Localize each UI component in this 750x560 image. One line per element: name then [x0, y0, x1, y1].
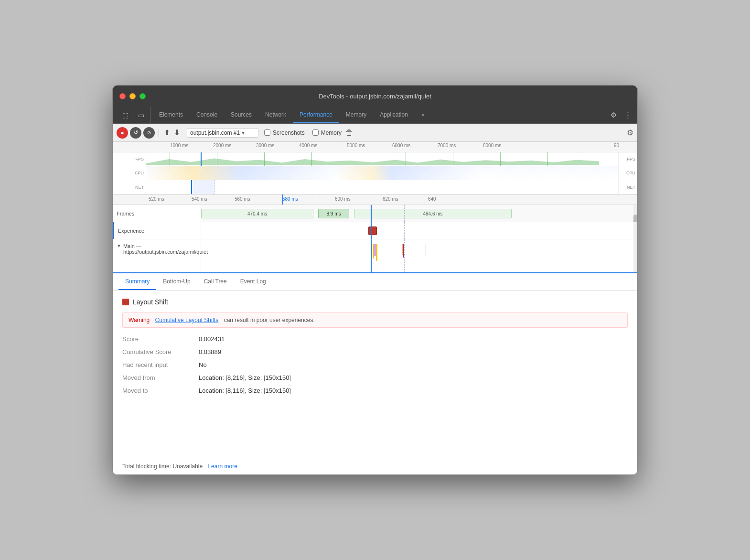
scrollbar[interactable] [633, 205, 637, 222]
cpu-label: CPU [113, 166, 146, 180]
more-icon[interactable]: ⋮ [622, 109, 633, 121]
warning-rest: can result in poor user experiences. [224, 317, 315, 323]
panel-tabs: Summary Bottom-Up Call Tree Event Log [113, 273, 637, 291]
screenshots-checkbox-label[interactable]: Screenshots [264, 129, 305, 136]
screenshots-checkbox[interactable] [264, 129, 270, 136]
warning-banner: Warning Cumulative Layout Shifts can res… [122, 312, 628, 328]
frame-bar-right: 484.6 ms [354, 209, 512, 218]
collapse-icon[interactable]: ▼ [117, 243, 121, 248]
layout-shift-header: Layout Shift [122, 298, 628, 306]
blocking-time-text: Total blocking time: Unavailable [122, 463, 203, 470]
layout-shift-title: Layout Shift [133, 298, 168, 306]
tab-console[interactable]: Console [190, 107, 224, 123]
ruler-label-6: 6000 ms [392, 143, 410, 148]
devtools-nav: ⬚ ▭ Elements Console Sources Network Per… [113, 107, 637, 124]
titlebar: DevTools - output.jsbin.com/zajamil/quie… [113, 86, 637, 107]
tab-network[interactable]: Network [258, 107, 293, 123]
cumulative-value: 0.03889 [199, 348, 221, 355]
zoomed-dashed-line [316, 194, 316, 205]
moved-from-value: Location: [8,216], Size: [150x150] [199, 374, 291, 381]
frame-bar-selected: 8.9 ms [318, 209, 349, 218]
exp-scrollbar-track [633, 222, 637, 239]
ruler-label-9: 90 [614, 143, 619, 148]
score-label: Score [122, 335, 199, 343]
tab-event-log[interactable]: Event Log [234, 273, 273, 290]
clear-button[interactable]: 🗑 [345, 129, 353, 137]
bottom-bar: Total blocking time: Unavailable Learn m… [113, 458, 637, 474]
settings-icon[interactable]: ⚙ [609, 109, 619, 121]
tab-memory[interactable]: Memory [339, 107, 373, 123]
fps-content [146, 152, 618, 166]
tab-sources[interactable]: Sources [224, 107, 258, 123]
ruler-label-2: 2000 ms [213, 143, 231, 148]
main-bar-2 [373, 244, 374, 258]
toolbar: ● ↺ ⊘ ⬆ ⬇ output.jsbin.com #1 ▾ Screensh… [113, 124, 637, 142]
net-right-label: NET [618, 180, 637, 194]
cls-link[interactable]: Cumulative Layout Shifts [155, 317, 219, 323]
moved-to-row: Moved to Location: [8,116], Size: [150x1… [122, 387, 628, 394]
zoomed-label-5: 620 ms [383, 196, 398, 202]
stop-button[interactable]: ⊘ [143, 127, 155, 139]
reload-button[interactable]: ↺ [130, 127, 141, 139]
timeline-ruler: 1000 ms 2000 ms 3000 ms 4000 ms 5000 ms … [113, 142, 637, 152]
memory-checkbox-label[interactable]: Memory [312, 129, 342, 136]
tab-elements[interactable]: Elements [152, 107, 190, 123]
learn-more-link[interactable]: Learn more [208, 463, 237, 470]
frames-cursor [371, 205, 372, 222]
main-bar-3 [375, 244, 375, 256]
tab-summary[interactable]: Summary [118, 273, 156, 290]
main-bar-4 [376, 244, 377, 261]
frames-content: 470.4 ms 8.9 ms 484.6 ms [201, 205, 633, 222]
upload-button[interactable]: ⬆ [163, 128, 171, 137]
zoomed-label-4: 600 ms [335, 196, 351, 202]
zoomed-label-0: 520 ms [149, 196, 164, 202]
tab-call-tree[interactable]: Call Tree [197, 273, 234, 290]
recent-input-row: Had recent input No [122, 361, 628, 368]
warning-label: Warning [129, 317, 150, 323]
warning-spacer2 [220, 317, 222, 323]
net-label: NET [113, 180, 146, 194]
profile-select[interactable]: output.jsbin.com #1 ▾ [187, 128, 258, 138]
frame-bar-left: 470.4 ms [201, 209, 313, 218]
download-button[interactable]: ⬇ [173, 128, 181, 137]
experience-content [201, 222, 633, 239]
fps-right-label: FPS [618, 152, 637, 166]
record-button[interactable]: ● [117, 127, 128, 139]
capture-settings-icon[interactable]: ⚙ [627, 128, 633, 137]
net-content [146, 180, 618, 194]
ruler-label-1: 1000 ms [170, 143, 188, 148]
nav-icons: ⬚ ▭ [117, 107, 150, 123]
tab-application[interactable]: Application [373, 107, 415, 123]
fps-label: FPS [113, 152, 146, 166]
toolbar-divider [159, 129, 159, 137]
recent-input-label: Had recent input [122, 361, 199, 368]
close-button[interactable] [119, 93, 126, 99]
minimize-button[interactable] [129, 93, 136, 99]
cpu-activity [146, 166, 618, 180]
exp-cursor [371, 222, 372, 239]
score-row: Score 0.002431 [122, 335, 628, 343]
ruler-label-8: 8000 ms [483, 143, 501, 148]
main-dashed [404, 239, 405, 273]
inspect-icon[interactable]: ⬚ [120, 110, 130, 120]
nav-tabs: Elements Console Sources Network Perform… [152, 107, 609, 123]
main-bar-thin [426, 244, 426, 256]
main-track: ▼ Main — https://output.jsbin.com/zajami… [113, 239, 637, 273]
tab-bottom-up[interactable]: Bottom-Up [156, 273, 197, 290]
layout-shift-color-box [122, 299, 129, 305]
tab-more[interactable]: » [415, 107, 431, 123]
main-cursor [371, 239, 372, 273]
ruler-label-3: 3000 ms [256, 143, 274, 148]
device-icon[interactable]: ▭ [136, 110, 146, 120]
timeline-zoomed: 520 ms 540 ms 560 ms 580 ms 600 ms 620 m… [113, 194, 637, 273]
zoomed-label-1: 540 ms [192, 196, 207, 202]
maximize-button[interactable] [139, 93, 146, 99]
profile-select-text: output.jsbin.com #1 [190, 129, 240, 136]
tab-performance[interactable]: Performance [293, 107, 339, 123]
fps-bars [146, 158, 599, 165]
blocking-time-spacer [204, 463, 206, 470]
memory-label: Memory [321, 129, 342, 136]
moved-from-row: Moved from Location: [8,216], Size: [150… [122, 374, 628, 381]
selection-overlay [191, 180, 214, 194]
memory-checkbox[interactable] [312, 129, 319, 136]
